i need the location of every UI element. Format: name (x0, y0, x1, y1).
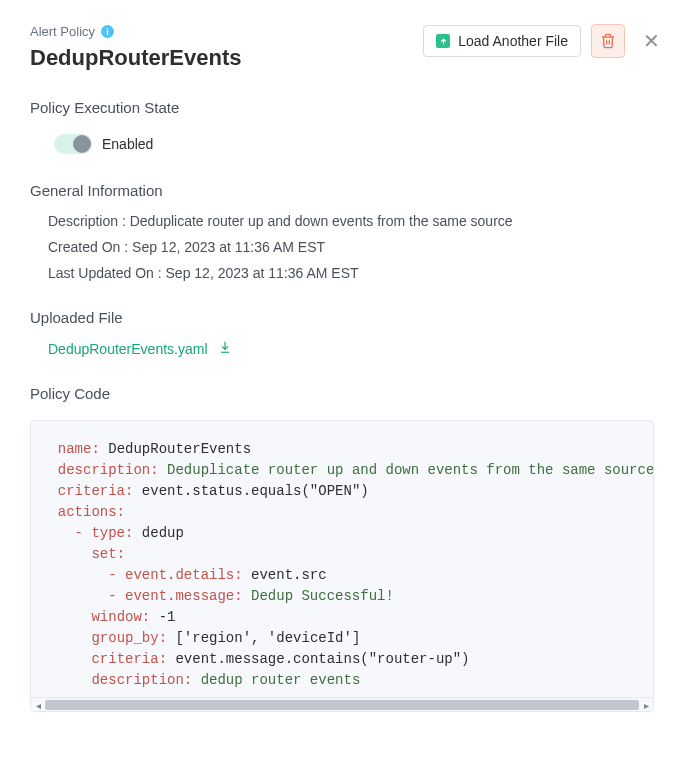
horizontal-scrollbar[interactable]: ◂ ▸ (31, 697, 653, 711)
code-val: dedup router events (201, 672, 361, 688)
general-info-block: Description : Deduplicate router up and … (48, 213, 684, 281)
upload-icon (436, 34, 450, 48)
toggle-knob (73, 135, 91, 153)
trash-icon (600, 33, 616, 49)
code-key: criteria: (91, 651, 167, 667)
supertitle-text: Alert Policy (30, 24, 95, 39)
code-val: DedupRouterEvents (108, 441, 251, 457)
code-key: description: (91, 672, 192, 688)
section-general-info: General Information (30, 182, 684, 199)
code-val: Dedup Successful! (251, 588, 394, 604)
close-icon[interactable]: ✕ (643, 31, 660, 51)
enabled-label: Enabled (102, 136, 153, 152)
code-val: ['region', 'deviceId'] (175, 630, 360, 646)
section-policy-code: Policy Code (30, 385, 684, 402)
code-key: - event.details: (108, 567, 242, 583)
title-block: Alert Policy i DedupRouterEvents (30, 24, 241, 71)
policy-code-block: name: DedupRouterEvents description: Ded… (30, 420, 654, 712)
policy-code-pre: name: DedupRouterEvents description: Ded… (31, 439, 653, 697)
code-val: event.status.equals("OPEN") (142, 483, 369, 499)
page-title: DedupRouterEvents (30, 45, 241, 71)
code-key: set: (91, 546, 125, 562)
code-val: event.src (251, 567, 327, 583)
created-value: Sep 12, 2023 at 11:36 AM EST (132, 239, 325, 255)
desc-value: Deduplicate router up and down events fr… (130, 213, 513, 229)
scroll-left-arrow-icon[interactable]: ◂ (33, 700, 43, 710)
created-row: Created On : Sep 12, 2023 at 11:36 AM ES… (48, 239, 684, 255)
scrollbar-track[interactable] (45, 700, 639, 710)
load-button-label: Load Another File (458, 33, 568, 49)
code-key: - type: (75, 525, 134, 541)
delete-button[interactable] (591, 24, 625, 58)
scroll-right-arrow-icon[interactable]: ▸ (641, 700, 651, 710)
section-execution-state: Policy Execution State (30, 99, 684, 116)
code-val: Deduplicate router up and down events fr… (167, 462, 653, 478)
load-another-file-button[interactable]: Load Another File (423, 25, 581, 57)
updated-row: Last Updated On : Sep 12, 2023 at 11:36 … (48, 265, 684, 281)
section-uploaded-file: Uploaded File (30, 309, 684, 326)
created-label: Created On : (48, 239, 128, 255)
updated-label: Last Updated On : (48, 265, 162, 281)
code-val: -1 (159, 609, 176, 625)
header-actions: Load Another File ✕ (423, 24, 684, 58)
uploaded-file-link[interactable]: DedupRouterEvents.yaml (48, 341, 208, 357)
code-key: description: (58, 462, 159, 478)
code-key: actions: (58, 504, 125, 520)
desc-label: Description : (48, 213, 126, 229)
code-key: name: (58, 441, 100, 457)
header-row: Alert Policy i DedupRouterEvents Load An… (30, 24, 684, 71)
code-key: - event.message: (108, 588, 242, 604)
updated-value: Sep 12, 2023 at 11:36 AM EST (166, 265, 359, 281)
uploaded-file-row: DedupRouterEvents.yaml (48, 340, 684, 357)
download-icon[interactable] (218, 340, 232, 357)
desc-row: Description : Deduplicate router up and … (48, 213, 684, 229)
code-key: window: (91, 609, 150, 625)
execution-state-row: Enabled (54, 134, 684, 154)
supertitle-row: Alert Policy i (30, 24, 241, 39)
code-key: group_by: (91, 630, 167, 646)
code-val: dedup (142, 525, 184, 541)
info-icon[interactable]: i (101, 25, 114, 38)
code-val: event.message.contains("router-up") (175, 651, 469, 667)
enabled-toggle[interactable] (54, 134, 92, 154)
code-key: criteria: (58, 483, 134, 499)
